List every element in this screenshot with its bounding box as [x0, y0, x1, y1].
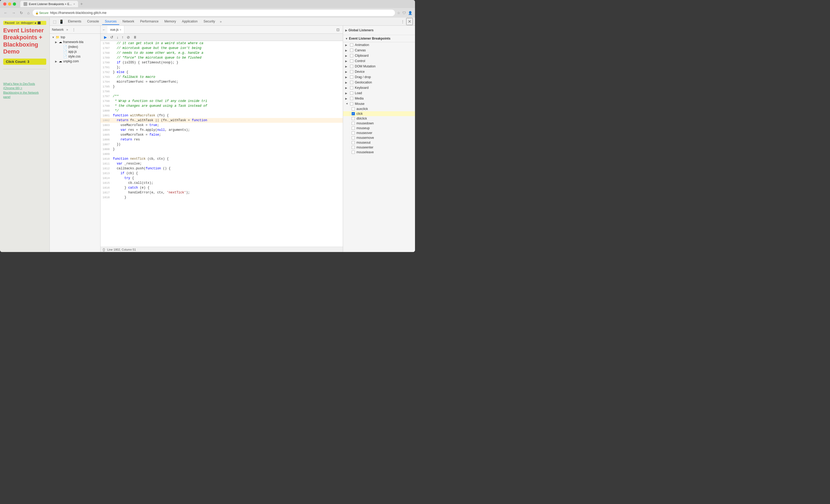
bp-item-checkbox-mouseover[interactable]	[352, 131, 355, 134]
bp-cat-header-control[interactable]: ▶ Control	[343, 58, 415, 64]
tabs-overflow-button[interactable]: »	[218, 19, 223, 25]
bp-arrow-drag-drop: ▶	[345, 76, 348, 78]
device-mode-button[interactable]: 📱	[58, 19, 65, 24]
bp-cat-header-clipboard[interactable]: ▶ Clipboard	[343, 53, 415, 58]
bp-cat-header-dom-mutation[interactable]: ▶ DOM Mutation	[343, 64, 415, 69]
bp-checkbox-geolocation[interactable]	[350, 81, 353, 84]
tree-item-unpkg[interactable]: ▶ ☁ unpkg.com	[50, 59, 100, 64]
bp-checkbox-mouse[interactable]	[350, 102, 353, 105]
home-button[interactable]: ⌂	[26, 10, 30, 15]
format-button[interactable]: {}	[103, 248, 105, 251]
bp-item-mouseout[interactable]: mouseout	[343, 140, 415, 145]
bp-item-auxclick[interactable]: auxclick	[343, 106, 415, 111]
tab-security[interactable]: Security	[201, 19, 218, 25]
sources-overflow-button[interactable]: »	[65, 27, 69, 32]
bp-item-checkbox-click[interactable]: ✓	[352, 112, 355, 115]
bp-item-click[interactable]: ✓ click	[343, 111, 415, 116]
bookmark-icon[interactable]: ☆	[397, 11, 400, 15]
tree-item-stylecss[interactable]: 📄 style.css	[50, 54, 100, 59]
bp-item-mouseover[interactable]: mouseover	[343, 130, 415, 135]
bp-item-mousedown[interactable]: mousedown	[343, 121, 415, 126]
bp-item-mouseup[interactable]: mouseup	[343, 126, 415, 130]
tab-sources[interactable]: Sources	[102, 19, 119, 25]
devtools-close-button[interactable]: ✕	[406, 18, 413, 25]
tab-performance[interactable]: Performance	[137, 19, 161, 25]
bp-checkbox-keyboard[interactable]	[350, 86, 353, 89]
back-button[interactable]: ←	[3, 10, 8, 15]
bp-checkbox-media[interactable]	[350, 97, 353, 100]
blackbox-icon[interactable]: ⬛	[37, 22, 41, 24]
active-tab[interactable]: Event Listener Breakpoints + E... ×	[20, 1, 78, 7]
bp-item-checkbox-mousemove[interactable]	[352, 136, 355, 139]
tab-network[interactable]: Network	[120, 19, 137, 25]
tree-item-index[interactable]: 📄 (index)	[50, 44, 100, 49]
minimize-window-button[interactable]	[8, 2, 11, 6]
tab-close-button[interactable]: ×	[73, 3, 75, 6]
pause-on-exception-button[interactable]: ⏸	[132, 34, 138, 40]
bp-cat-header-animation[interactable]: ▶ Animation	[343, 42, 415, 48]
bp-cat-header-keyboard[interactable]: ▶ Keyboard	[343, 85, 415, 90]
bp-checkbox-device[interactable]	[350, 70, 353, 73]
step-out-button[interactable]: ↑	[120, 34, 125, 40]
bp-cat-header-geolocation[interactable]: ▶ Geolocation	[343, 80, 415, 85]
address-field[interactable]: 🔒 Secure https://framework-blackboxing.g…	[33, 10, 395, 16]
resume-button[interactable]: ▶	[103, 34, 108, 40]
bp-checkbox-dom-mutation[interactable]	[350, 65, 353, 68]
tab-console[interactable]: Console	[85, 19, 102, 25]
bp-cat-header-canvas[interactable]: ▶ Canvas	[343, 48, 415, 53]
sources-menu-button[interactable]: ⋮	[71, 27, 77, 32]
tab-elements[interactable]: Elements	[65, 19, 84, 25]
step-over-button[interactable]: ↺	[109, 34, 115, 40]
tab-application[interactable]: Application	[179, 19, 200, 25]
bp-item-checkbox-mouseup[interactable]	[352, 127, 355, 130]
new-tab-button[interactable]: +	[79, 2, 84, 6]
editor-history-button[interactable]: ⊡	[335, 27, 341, 32]
bp-item-checkbox-mousedown[interactable]	[352, 122, 355, 125]
bp-cat-header-device[interactable]: ▶ Device	[343, 69, 415, 74]
bp-cat-header-load[interactable]: ▶ Load	[343, 90, 415, 96]
tree-item-top[interactable]: ▼ 📁 top	[50, 35, 100, 40]
bp-item-dblclick[interactable]: dblclick	[343, 116, 415, 121]
code-area[interactable]: 1786 // it can get stuck in a weird stat…	[100, 41, 343, 247]
bp-item-checkbox-auxclick[interactable]	[352, 107, 355, 111]
step-into-button[interactable]: ↓	[115, 34, 120, 40]
blackboxing-link[interactable]: Blackboxing in the Network panel	[3, 90, 46, 99]
bp-item-checkbox-mouseleave[interactable]	[352, 151, 355, 154]
bp-checkbox-load[interactable]	[350, 92, 353, 95]
bp-item-checkbox-mouseenter[interactable]	[352, 146, 355, 149]
browser-window: Event Listener Breakpoints + E... × + ← …	[0, 0, 415, 252]
tree-item-appjs[interactable]: 📄 app.js	[50, 49, 100, 54]
deactivate-button[interactable]: ⊘	[125, 34, 131, 40]
bp-cat-header-media[interactable]: ▶ Media	[343, 96, 415, 101]
bp-item-checkbox-dblclick[interactable]	[352, 117, 355, 120]
bp-checkbox-drag-drop[interactable]	[350, 75, 353, 78]
maximize-window-button[interactable]	[13, 2, 16, 6]
file-icon-appjs: 📄	[63, 50, 67, 54]
tree-item-framework[interactable]: ▶ ☁ framework-bla	[50, 40, 100, 44]
extension-icon[interactable]: 🛡	[403, 11, 406, 15]
bp-item-mousemove[interactable]: mousemove	[343, 135, 415, 140]
devtools-link[interactable]: What's New In DevTools (Chrome 66) >	[3, 82, 46, 90]
forward-button[interactable]: →	[11, 10, 17, 15]
close-window-button[interactable]	[3, 2, 6, 6]
bp-checkbox-clipboard[interactable]	[350, 54, 353, 57]
bp-checkbox-control[interactable]	[350, 59, 353, 63]
devtools-settings-button[interactable]: ⋮	[400, 19, 406, 24]
bp-item-checkbox-mouseout[interactable]	[352, 141, 355, 144]
editor-tab-vuejs[interactable]: vue.js ×	[107, 26, 124, 33]
bp-item-mouseenter[interactable]: mouseenter	[343, 145, 415, 150]
bp-checkbox-canvas[interactable]	[350, 49, 353, 52]
reload-button[interactable]: ↻	[19, 10, 24, 15]
editor-tab-close[interactable]: ×	[120, 28, 121, 31]
play-icon[interactable]: ▶	[35, 22, 36, 24]
editor-back-button[interactable]: ←	[100, 27, 107, 33]
bp-cat-header-drag-drop[interactable]: ▶ Drag / drop	[343, 74, 415, 80]
bp-item-mouseleave[interactable]: mouseleave	[343, 150, 415, 155]
inspect-element-button[interactable]: ⬚	[52, 19, 58, 24]
account-icon[interactable]: 👤	[408, 11, 412, 15]
tab-memory[interactable]: Memory	[162, 19, 179, 25]
bp-checkbox-animation[interactable]	[350, 43, 353, 46]
bp-category-clipboard: ▶ Clipboard	[343, 53, 415, 58]
global-listeners-header[interactable]: ▶ Global Listeners	[345, 27, 413, 33]
bp-cat-header-mouse[interactable]: ▼ Mouse	[343, 101, 415, 106]
